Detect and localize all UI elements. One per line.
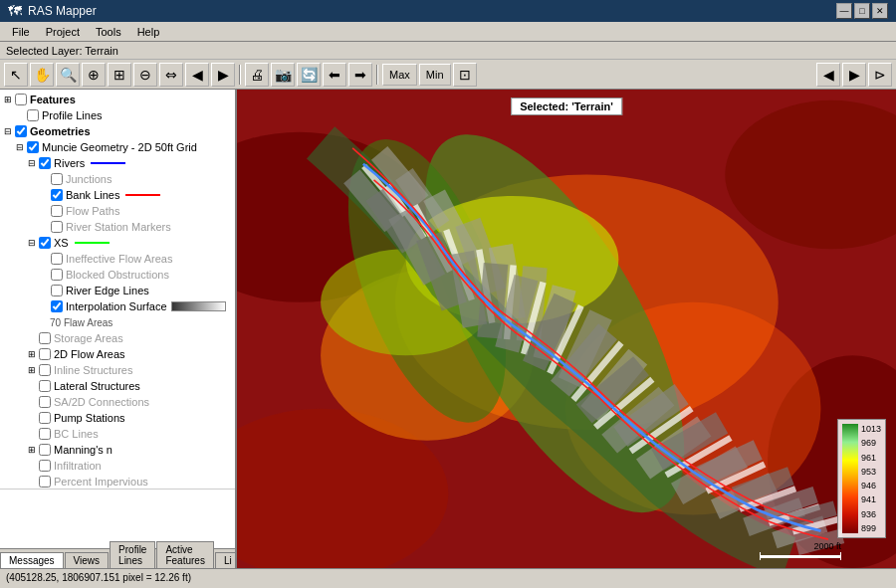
menu-file[interactable]: File — [4, 24, 38, 40]
toolbar-zoom-extent[interactable]: ⊞ — [108, 63, 131, 87]
check-storageareas[interactable] — [39, 332, 51, 344]
tab-li[interactable]: Li — [215, 552, 237, 568]
tree-item-geometries[interactable]: ⊟ Geometries — [2, 123, 233, 139]
tree-item-impervious[interactable]: · Percent Impervious — [2, 474, 233, 489]
tree-item-banklines[interactable]: · Bank Lines — [2, 187, 233, 203]
tree-item-rivers[interactable]: ⊟ Rivers — [2, 155, 233, 171]
check-infiltration[interactable] — [39, 460, 51, 472]
title-bar: 🗺 RAS Mapper — □ ✕ — [0, 0, 896, 22]
check-mannings[interactable] — [39, 444, 51, 456]
tree-item-profilelines[interactable]: · Profile Lines — [2, 107, 233, 123]
toolbar-zoom-in[interactable]: 🔍 — [56, 63, 80, 87]
check-inline[interactable] — [39, 364, 51, 376]
tree-item-riveredge[interactable]: · River Edge Lines — [2, 283, 233, 298]
tree-item-junctions[interactable]: · Junctions — [2, 171, 233, 187]
check-riverstation[interactable] — [51, 221, 63, 233]
tree-item-flawareas[interactable]: 70 Flaw Areas — [2, 314, 233, 330]
tab-activefeatures[interactable]: Active Features — [156, 541, 213, 568]
toolbar-min-button[interactable]: Min — [419, 64, 451, 86]
expand-mannings[interactable]: ⊞ — [26, 444, 38, 456]
expand-muncie[interactable]: ⊟ — [14, 141, 26, 153]
tree-item-features[interactable]: ⊞ Features — [2, 92, 233, 107]
check-muncie[interactable] — [27, 141, 39, 153]
expand-inline[interactable]: ⊞ — [26, 364, 38, 376]
tree-item-storageareas[interactable]: · Storage Areas — [2, 330, 233, 346]
app-title: RAS Mapper — [28, 4, 97, 18]
toolbar-left-arrow[interactable]: ⬅ — [323, 63, 346, 87]
legend-val-961: 961 — [861, 453, 881, 463]
check-bclines[interactable] — [39, 428, 51, 440]
check-features[interactable] — [15, 94, 27, 105]
tree-item-sa2d[interactable]: · SA/2D Connections — [2, 394, 233, 410]
check-flowpaths[interactable] — [51, 205, 63, 217]
check-interpolation[interactable] — [51, 300, 63, 312]
expand-rivers[interactable]: ⊟ — [26, 157, 38, 169]
menu-help[interactable]: Help — [129, 24, 168, 40]
label-2dflow: 2D Flow Areas — [54, 348, 125, 360]
tree-item-pumpstations[interactable]: · Pump Stations — [2, 410, 233, 426]
map-area[interactable]: Selected: 'Terrain' 1013 969 961 953 946… — [237, 90, 896, 568]
toolbar-back[interactable]: ◀ — [185, 63, 209, 87]
expand-xs[interactable]: ⊟ — [26, 237, 38, 249]
check-blocked[interactable] — [51, 269, 63, 281]
tree-item-infiltration[interactable]: · Infiltration — [2, 458, 233, 474]
tree-item-inline[interactable]: ⊞ Inline Structures — [2, 362, 233, 378]
tree-item-bclines[interactable]: · BC Lines — [2, 426, 233, 442]
check-ineffective[interactable] — [51, 253, 63, 265]
toolbar-identify[interactable]: ⇔ — [159, 63, 183, 87]
check-lateral[interactable] — [39, 380, 51, 392]
toolbar-pan[interactable]: ✋ — [30, 63, 54, 87]
toolbar-print[interactable]: 🖨 — [245, 63, 269, 87]
check-pumpstations[interactable] — [39, 412, 51, 424]
tree-item-2dflow[interactable]: ⊞ 2D Flow Areas — [2, 346, 233, 362]
toolbar-snapshot[interactable]: 📷 — [271, 63, 295, 87]
check-rivers[interactable] — [39, 157, 51, 169]
check-2dflow[interactable] — [39, 348, 51, 360]
tree-item-flowpaths[interactable]: · Flow Paths — [2, 203, 233, 219]
tab-profilelines[interactable]: Profile Lines — [110, 541, 155, 568]
toolbar-zoom-out[interactable]: ⊖ — [133, 63, 157, 87]
toolbar-extra[interactable]: ⊡ — [453, 63, 477, 87]
toolbar-nav-prev[interactable]: ◀ — [816, 63, 840, 87]
tree-item-ineffective[interactable]: · Ineffective Flow Areas — [2, 251, 233, 267]
tree-item-mannings[interactable]: ⊞ Manning's n — [2, 442, 233, 458]
expand-features[interactable]: ⊞ — [2, 94, 14, 105]
check-junctions[interactable] — [51, 173, 63, 185]
interpolation-gradient — [171, 301, 226, 311]
minimize-button[interactable]: — — [836, 3, 852, 19]
toolbar-forward[interactable]: ▶ — [211, 63, 235, 87]
check-sa2d[interactable] — [39, 396, 51, 408]
toolbar-right-arrow[interactable]: ➡ — [348, 63, 372, 87]
toolbar-select[interactable]: ↖ — [4, 63, 28, 87]
check-xs[interactable] — [39, 237, 51, 249]
expand-geometries[interactable]: ⊟ — [2, 125, 14, 137]
tree-area[interactable]: ⊞ Features · Profile Lines ⊟ Geometries — [0, 90, 235, 489]
check-impervious[interactable] — [39, 476, 51, 488]
tab-views[interactable]: Views — [65, 552, 110, 568]
maximize-button[interactable]: □ — [854, 3, 870, 19]
legend-gradient-bar — [842, 424, 858, 533]
expand-2dflow[interactable]: ⊞ — [26, 348, 38, 360]
toolbar-zoom-fit[interactable]: ⊕ — [82, 63, 106, 87]
tab-messages[interactable]: Messages — [0, 552, 64, 568]
close-button[interactable]: ✕ — [872, 3, 888, 19]
check-profilelines[interactable] — [27, 109, 39, 121]
toolbar-nav-jump[interactable]: ⊳ — [868, 63, 892, 87]
scale-end-right — [840, 552, 841, 560]
tree-item-lateral[interactable]: · Lateral Structures — [2, 378, 233, 394]
tree-item-blocked[interactable]: · Blocked Obstructions — [2, 267, 233, 283]
check-banklines[interactable] — [51, 189, 63, 201]
tree-item-riverstation[interactable]: · River Station Markers — [2, 219, 233, 235]
menu-tools[interactable]: Tools — [88, 24, 129, 40]
tree-item-xs[interactable]: ⊟ XS — [2, 235, 233, 251]
check-geometries[interactable] — [15, 125, 27, 137]
title-bar-left: 🗺 RAS Mapper — [8, 3, 97, 19]
toolbar-nav-next[interactable]: ▶ — [842, 63, 866, 87]
tree-item-interpolation[interactable]: · Interpolation Surface — [2, 298, 233, 314]
label-interpolation: Interpolation Surface — [66, 300, 167, 312]
menu-project[interactable]: Project — [38, 24, 88, 40]
toolbar-max-button[interactable]: Max — [382, 64, 417, 86]
tree-item-muncie[interactable]: ⊟ Muncie Geometry - 2D 50ft Grid — [2, 139, 233, 155]
toolbar-refresh[interactable]: 🔄 — [297, 63, 321, 87]
check-riveredge[interactable] — [51, 285, 63, 296]
